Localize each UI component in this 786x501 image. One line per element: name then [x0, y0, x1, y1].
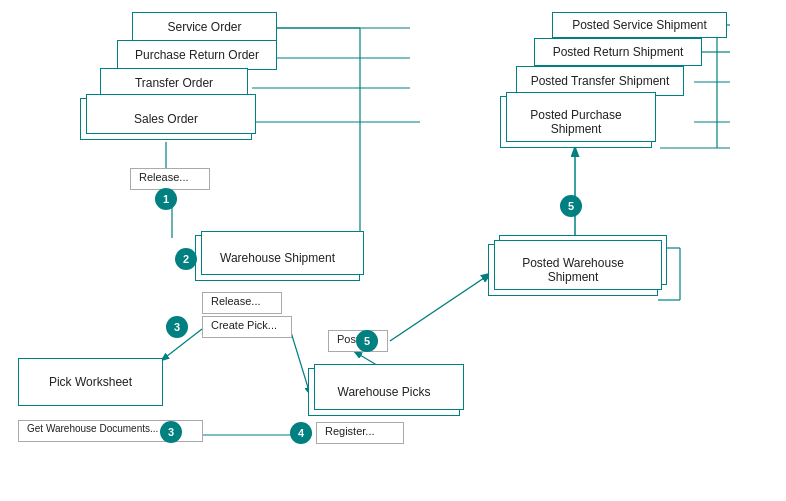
step-5a-circle: 5	[356, 330, 378, 352]
posted-warehouse-shipment-label: Posted Warehouse Shipment	[497, 256, 649, 284]
sales-order-box: Sales Order	[80, 98, 252, 140]
step-3a-circle: 3	[166, 316, 188, 338]
diagram-container: Service Order Purchase Return Order Tran…	[0, 0, 786, 501]
create-pick-button[interactable]: Create Pick...	[202, 316, 292, 338]
pick-worksheet-box: Pick Worksheet	[18, 358, 163, 406]
posted-return-shipment-label: Posted Return Shipment	[553, 45, 684, 59]
get-warehouse-docs-label: Get Warehouse Documents...	[27, 423, 158, 434]
svg-line-11	[390, 274, 490, 341]
posted-purchase-shipment-box: Posted Purchase Shipment	[500, 96, 652, 148]
svg-line-14	[290, 329, 310, 394]
posted-warehouse-shipment-box: Posted Warehouse Shipment	[488, 244, 658, 296]
warehouse-picks-box: Warehouse Picks	[308, 368, 460, 416]
step-5b-circle: 5	[560, 195, 582, 217]
posted-return-shipment-box: Posted Return Shipment	[534, 38, 702, 66]
pick-worksheet-label: Pick Worksheet	[49, 375, 132, 389]
step-3b-circle: 3	[160, 421, 182, 443]
posted-service-shipment-label: Posted Service Shipment	[572, 18, 707, 32]
service-order-label: Service Order	[167, 20, 241, 34]
step-4-circle: 4	[290, 422, 312, 444]
register-button[interactable]: Register...	[316, 422, 404, 444]
warehouse-shipment-label: Warehouse Shipment	[220, 251, 335, 265]
posted-purchase-shipment-label: Posted Purchase Shipment	[509, 108, 643, 136]
release-btn1-label: Release...	[139, 171, 189, 183]
warehouse-shipment-box: Warehouse Shipment	[195, 235, 360, 281]
release-btn2-label: Release...	[211, 295, 261, 307]
posted-service-shipment-box: Posted Service Shipment	[552, 12, 727, 38]
sales-order-label: Sales Order	[134, 112, 198, 126]
purchase-return-order-label: Purchase Return Order	[135, 48, 259, 62]
purchase-return-order-box: Purchase Return Order	[117, 40, 277, 70]
transfer-order-label: Transfer Order	[135, 76, 213, 90]
register-btn-label: Register...	[325, 425, 375, 437]
warehouse-picks-label: Warehouse Picks	[338, 385, 431, 399]
create-pick-label: Create Pick...	[211, 319, 277, 331]
step-1-circle: 1	[155, 188, 177, 210]
step-2-circle: 2	[175, 248, 197, 270]
service-order-box: Service Order	[132, 12, 277, 42]
release-button-1[interactable]: Release...	[130, 168, 210, 190]
posted-transfer-shipment-label: Posted Transfer Shipment	[531, 74, 670, 88]
release-button-2[interactable]: Release...	[202, 292, 282, 314]
